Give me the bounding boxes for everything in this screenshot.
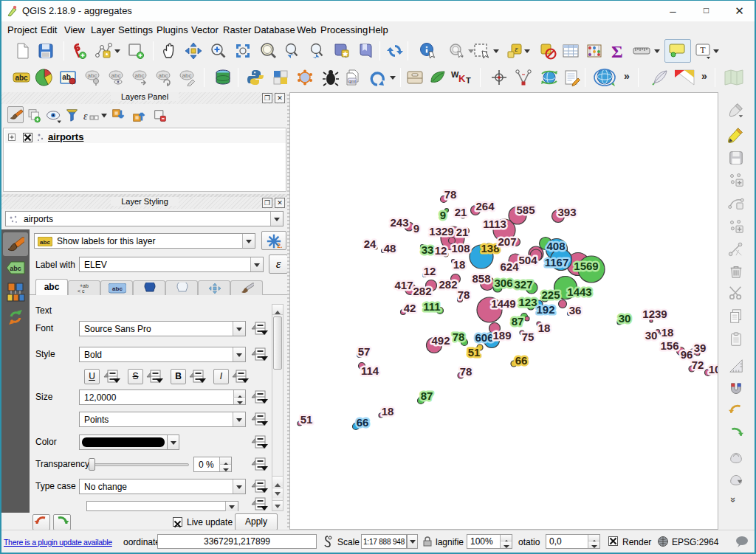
svg-text:192: 192 [536,303,554,316]
svg-text:393: 393 [557,206,576,218]
svg-text:66: 66 [357,416,369,429]
svg-text:114: 114 [361,364,379,377]
svg-text:abc: abc [10,265,21,272]
svg-text:abc: abc [159,72,168,79]
svg-text:12: 12 [424,265,436,277]
svg-text:207: 207 [498,235,516,248]
svg-text:21: 21 [455,206,467,218]
svg-text:243: 243 [390,216,408,229]
svg-text:72: 72 [692,359,704,371]
svg-text:21: 21 [456,226,469,238]
svg-text:abc: abc [15,74,28,82]
svg-text:10: 10 [709,363,718,375]
svg-text:T: T [700,45,706,55]
svg-text:48: 48 [384,242,396,255]
svg-text:327: 327 [514,278,532,291]
svg-text:156: 156 [660,339,678,352]
svg-text:39: 39 [694,342,707,354]
svg-text:78: 78 [453,330,465,343]
svg-text:585: 585 [516,204,535,216]
svg-text:qml: qml [348,79,356,83]
svg-text:225: 225 [541,288,560,301]
svg-text:111: 111 [423,300,440,313]
svg-text:87: 87 [512,315,524,328]
svg-text:1443: 1443 [567,285,591,298]
svg-text:42: 42 [404,302,416,314]
svg-text:abc: abc [135,72,145,79]
svg-text:2.0: 2.0 [278,243,282,249]
svg-text:30: 30 [619,312,631,325]
svg-text:858: 858 [472,272,490,285]
svg-text:36: 36 [569,304,582,316]
svg-text:189: 189 [492,329,511,342]
svg-text:504: 504 [518,254,537,266]
svg-text:624: 624 [500,260,519,273]
svg-text:< c: < c [78,288,85,294]
svg-text:24: 24 [364,238,377,250]
svg-text:9: 9 [413,222,419,235]
svg-text:75: 75 [522,330,535,343]
svg-text:abc: abc [112,285,123,292]
svg-text:ε: ε [515,44,518,53]
svg-text:306: 306 [494,277,512,289]
svg-text:51: 51 [468,346,481,359]
svg-text:1329: 1329 [429,225,453,238]
svg-text:18: 18 [453,258,466,271]
svg-text:30: 30 [645,329,658,342]
svg-text:abc: abc [88,72,97,79]
svg-text:K: K [458,73,466,84]
svg-text:1167: 1167 [545,256,569,269]
svg-text:78: 78 [444,188,457,201]
svg-text:492: 492 [431,334,450,347]
svg-text:1113: 1113 [483,218,506,230]
svg-text:abc: abc [40,239,50,246]
svg-text:12: 12 [435,244,447,257]
svg-text:87: 87 [421,389,433,402]
svg-text:18: 18 [382,405,394,418]
svg-text:417: 417 [394,279,413,291]
svg-text:282: 282 [439,278,457,291]
svg-text:1569: 1569 [574,260,598,272]
svg-text:51: 51 [300,413,313,426]
svg-text:33: 33 [422,243,434,256]
svg-text:ε: ε [83,111,88,122]
svg-text:78: 78 [458,288,470,301]
svg-text:18: 18 [538,322,551,334]
svg-text:408: 408 [546,240,565,252]
svg-text:abc: abc [111,72,121,79]
svg-text:1239: 1239 [642,308,667,320]
svg-text:282: 282 [413,285,431,297]
svg-text:9: 9 [440,209,446,221]
svg-text:18: 18 [662,326,674,339]
svg-text:abc: abc [182,72,192,79]
svg-text:264: 264 [475,200,495,212]
svg-text:57: 57 [358,345,371,358]
svg-text:+ab: +ab [80,283,89,288]
svg-text:606: 606 [475,331,493,344]
svg-text:138: 138 [481,242,499,255]
svg-text:78: 78 [460,365,472,378]
svg-text:123: 123 [518,296,537,308]
svg-text:1449: 1449 [491,297,515,310]
svg-text:T: T [466,76,471,85]
svg-text:66: 66 [515,354,528,367]
svg-text:108: 108 [451,242,470,255]
